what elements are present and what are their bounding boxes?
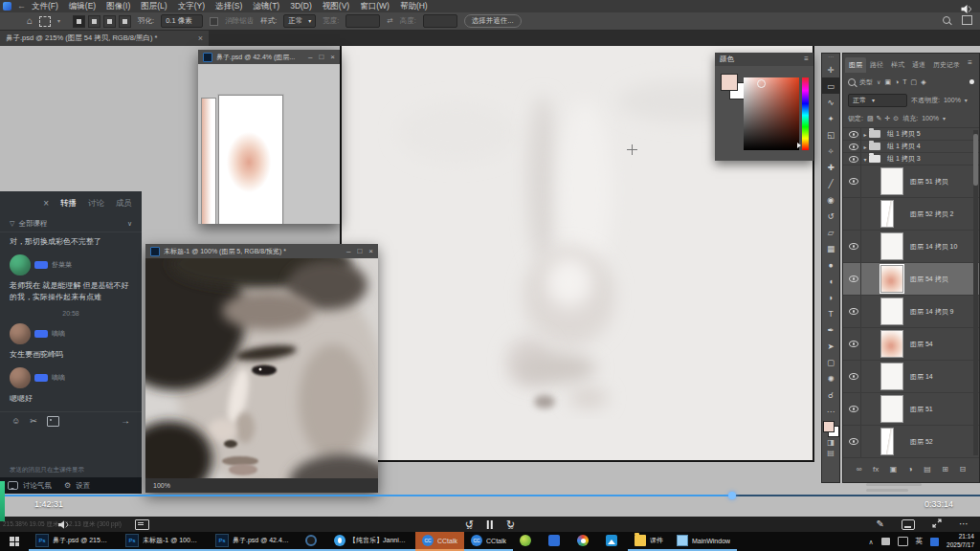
group-caret-icon[interactable]: ▾: [861, 156, 869, 163]
menu-item[interactable]: 图层(L): [141, 1, 167, 12]
tray-expand-icon[interactable]: [868, 539, 873, 545]
screen-mode-icon[interactable]: [827, 450, 835, 457]
taskbar-app[interactable]: CCtalk: [464, 532, 513, 551]
visibility-eye-icon[interactable]: [846, 393, 861, 425]
taskbar-app[interactable]: 鼻子.psd @ 42.4% ...: [209, 532, 299, 551]
subtitle-icon[interactable]: [902, 519, 915, 530]
tool-button[interactable]: ▭: [822, 77, 839, 94]
pixel-filter-icon[interactable]: [884, 78, 891, 85]
tool-button[interactable]: ↺: [822, 208, 839, 224]
close-chat-icon[interactable]: [43, 199, 49, 209]
close-icon[interactable]: [368, 248, 373, 255]
visibility-eye-icon[interactable]: [846, 361, 861, 392]
layer-row[interactable]: 图层 51 拷贝: [843, 165, 979, 198]
layer-row[interactable]: 图层 51: [843, 393, 979, 426]
top-volume-icon[interactable]: [959, 1, 974, 18]
fill-value[interactable]: 100%: [922, 115, 939, 121]
panel-menu-icon[interactable]: [968, 59, 975, 67]
layer-thumbnail[interactable]: [869, 155, 880, 163]
layer-thumbnail[interactable]: [880, 330, 903, 358]
menu-item[interactable]: 窗口(W): [360, 1, 390, 12]
lock-all-icon[interactable]: [893, 115, 899, 121]
layer-row[interactable]: 图层 14 拷贝 10: [843, 231, 979, 263]
layer-row[interactable]: 图层 54 拷贝: [843, 263, 979, 296]
foreground-color-icon[interactable]: [823, 421, 835, 432]
tool-color-swatches[interactable]: [823, 421, 838, 436]
search-icon[interactable]: [943, 16, 950, 24]
panel-tab[interactable]: 样式: [887, 57, 908, 73]
height-input[interactable]: [423, 14, 457, 28]
layer-thumbnail[interactable]: [880, 167, 903, 195]
feather-input[interactable]: 0.1 像素: [161, 14, 203, 28]
tool-button[interactable]: ∿: [822, 94, 839, 110]
video-progress-bar[interactable]: [0, 495, 980, 496]
menu-item[interactable]: 图像(I): [106, 1, 130, 12]
layer-thumbnail[interactable]: [869, 143, 880, 150]
progress-handle[interactable]: [728, 492, 736, 499]
window-title-bar[interactable]: 未标题-1 @ 100% (图层 5, RGB/8/预览) *: [145, 244, 378, 258]
discussion-bubble-icon[interactable]: [8, 481, 18, 490]
menu-item[interactable]: 文字(Y): [178, 1, 205, 12]
tray-app-icon[interactable]: [881, 538, 890, 545]
tool-button[interactable]: ▱: [822, 224, 839, 240]
visibility-eye-icon[interactable]: [846, 128, 861, 140]
visibility-eye-icon[interactable]: [846, 198, 861, 230]
chat-filter-row[interactable]: 全部课程: [0, 215, 142, 232]
start-button[interactable]: [0, 532, 29, 551]
menu-item[interactable]: 滤镜(T): [253, 1, 279, 12]
layer-thumbnail[interactable]: [880, 298, 903, 325]
lock-position-icon[interactable]: [884, 115, 890, 121]
taskbar-app[interactable]: 课件: [628, 532, 670, 551]
back-icon[interactable]: [17, 2, 26, 11]
menu-item[interactable]: 视图(V): [323, 1, 349, 12]
swap-dimensions-icon[interactable]: [387, 17, 392, 25]
group-caret-icon[interactable]: ▸: [861, 131, 869, 138]
taskbar-app[interactable]: 未标题-1 @ 100% ...: [119, 532, 209, 551]
layer-thumbnail[interactable]: [880, 363, 903, 390]
color-picker-ring[interactable]: [757, 79, 766, 88]
panel-tab[interactable]: 路径: [866, 57, 887, 73]
pause-icon[interactable]: [487, 520, 493, 529]
selection-intersect-icon[interactable]: [119, 15, 131, 28]
menu-item[interactable]: 编辑(E): [69, 1, 96, 12]
tool-preset-caret-icon[interactable]: [57, 18, 60, 24]
input-method-indicator[interactable]: 英: [916, 537, 924, 546]
tool-button[interactable]: ◗: [822, 289, 839, 305]
visibility-eye-icon[interactable]: [846, 153, 861, 165]
taskbar-app[interactable]: CCtalk: [415, 532, 464, 551]
lock-transparency-icon[interactable]: [867, 115, 874, 121]
minimize-icon[interactable]: [308, 54, 312, 61]
marquee-tool-icon[interactable]: [39, 16, 51, 27]
tool-button[interactable]: ✦: [822, 110, 839, 126]
taskbar-clock[interactable]: 21:14 2025/7/17: [947, 533, 974, 550]
layer-thumbnail[interactable]: [880, 232, 903, 260]
visibility-eye-icon[interactable]: [846, 263, 861, 295]
layer-row[interactable]: 图层 14 拷贝 9: [843, 296, 979, 328]
panel-menu-icon[interactable]: [804, 55, 809, 63]
window-title-bar[interactable]: 鼻子.psd @ 42.4% (图层...: [198, 50, 340, 64]
panel-footer-icon[interactable]: fx: [873, 465, 879, 474]
tool-button[interactable]: ▢: [822, 354, 839, 370]
taskbar-app[interactable]: 鼻子.psd @ 215% ...: [29, 532, 119, 551]
close-icon[interactable]: [330, 54, 335, 61]
saturation-brightness-field[interactable]: [744, 77, 799, 150]
layer-row[interactable]: ▾ 组 1 拷贝 3: [843, 153, 979, 165]
layer-row[interactable]: 图层 14: [843, 361, 979, 393]
menu-item[interactable]: 文件(F): [32, 1, 58, 12]
taskbar-app[interactable]: [299, 532, 327, 551]
chat-input-area[interactable]: [0, 430, 142, 466]
pencil-icon[interactable]: [877, 519, 884, 529]
document-tab[interactable]: 鼻子.psd @ 215% (图层 54 拷贝, RGB/8/黑白) *: [0, 31, 209, 46]
taskbar-app[interactable]: 【纯音乐】Jannik -...: [327, 532, 415, 551]
chat-tab[interactable]: 成员: [116, 198, 132, 209]
tool-button[interactable]: ✺: [822, 370, 839, 386]
tool-button[interactable]: ▦: [822, 240, 839, 256]
settings-label[interactable]: 设置: [76, 481, 90, 491]
volume-icon[interactable]: [56, 518, 71, 531]
panel-tab[interactable]: 历史记录: [929, 57, 964, 73]
forward-30-icon[interactable]: 30: [506, 519, 515, 530]
tool-button[interactable]: ✧: [822, 143, 839, 159]
window-nose-42[interactable]: 鼻子.psd @ 42.4% (图层...: [198, 50, 340, 224]
window-canvas[interactable]: [198, 64, 340, 224]
zoom-level[interactable]: 100%: [153, 482, 170, 489]
